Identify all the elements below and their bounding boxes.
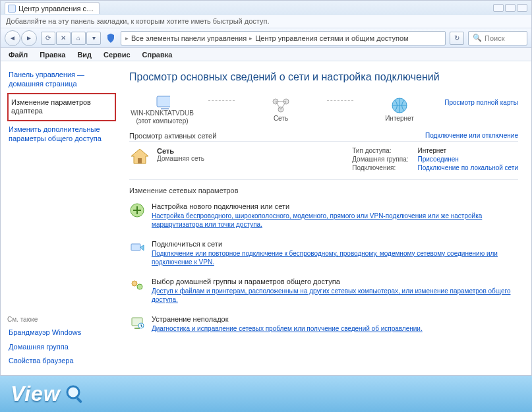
task-connect-network[interactable]: Подключиться к сети Подключение или повт… [129, 236, 518, 274]
house-icon [129, 147, 150, 165]
sidebar-firewall[interactable]: Брандмауэр Windows [7, 326, 116, 340]
menu-file[interactable]: Файл [3, 49, 33, 60]
task-troubleshoot[interactable]: Устранение неполадок Диагностика и испра… [129, 311, 518, 340]
connection-line [208, 100, 235, 102]
task-desc: Настройка беспроводного, широкополосного… [152, 212, 518, 229]
menubar: Файл Правка Вид Сервис Справка [1, 48, 531, 61]
task-homegroup[interactable]: Выбор домашней группы и параметров общег… [129, 274, 518, 311]
detail-key: Тип доступа: [352, 147, 408, 154]
reload-button[interactable]: ⟳ [41, 32, 55, 45]
task-new-connection[interactable]: Настройка нового подключения или сети На… [129, 198, 518, 236]
maximize-button[interactable] [505, 4, 516, 12]
close-button[interactable] [517, 4, 527, 12]
search-input[interactable]: 🔍 Поиск [468, 31, 527, 45]
connection-line [327, 100, 353, 102]
menu-button[interactable]: ▾ [86, 32, 101, 45]
change-settings-title: Изменение сетевых параметров [129, 187, 518, 194]
svg-point-10 [137, 284, 142, 289]
app-window: Центр управления с… Добавляйте на эту па… [0, 0, 532, 376]
sidebar-homegroup[interactable]: Домашняя группа [7, 340, 116, 355]
node-sublabel: (этот компьютер) [136, 117, 188, 125]
task-title: Настройка нового подключения или сети [152, 202, 518, 210]
stop-button[interactable]: ✕ [56, 32, 71, 45]
search-icon: 🔍 [473, 34, 482, 42]
menu-edit[interactable]: Правка [34, 49, 71, 60]
brand-text: View [11, 382, 61, 406]
sidebar: Панель управления — домашняя страница Из… [1, 61, 116, 375]
refresh-button[interactable]: ↻ [450, 32, 464, 45]
svg-point-9 [132, 281, 137, 286]
task-title: Выбор домашней группы и параметров общег… [152, 278, 518, 285]
main-panel: Просмотр основных сведений о сети и наст… [116, 61, 531, 375]
network-type[interactable]: Домашняя сеть [157, 155, 204, 162]
task-title: Подключиться к сети [152, 240, 518, 248]
network-details: Тип доступа: Интернет Домашняя группа: П… [352, 147, 518, 171]
troubleshoot-icon [129, 315, 145, 331]
svg-rect-14 [76, 397, 82, 403]
homegroup-icon [129, 278, 145, 293]
network-name: Сеть [157, 147, 204, 155]
search-placeholder: Поиск [485, 34, 504, 42]
full-map-link[interactable]: Просмотр полной карты [444, 99, 518, 106]
content-area: Панель управления — домашняя страница Из… [1, 61, 531, 375]
bookmark-bar-hint: Добавляйте на эту панель закладки, к кот… [1, 15, 531, 28]
detail-value: Интернет [418, 147, 519, 154]
detail-key: Домашняя группа: [352, 156, 408, 163]
computer-icon [154, 94, 170, 109]
page-title: Просмотр основных сведений о сети и наст… [129, 71, 518, 84]
node-this-pc: WIN-KDNKTATVDUB (этот компьютер) [129, 94, 195, 125]
footer-brand: View [0, 376, 532, 412]
sidebar-browser-props[interactable]: Свойства браузера [7, 354, 116, 368]
svg-rect-8 [131, 244, 140, 250]
sidebar-adapter-settings[interactable]: Изменение параметров адаптера [7, 93, 116, 122]
globe-icon [389, 96, 410, 115]
breadcrumb-part: Центр управления сетями и общим доступом [255, 34, 408, 42]
task-desc: Диагностика и исправление сетевых пробле… [152, 324, 423, 334]
wizard-icon [129, 202, 145, 218]
address-breadcrumb[interactable]: ▸ Все элементы панели управления ▸ Центр… [121, 31, 446, 45]
network-map: WIN-KDNKTATVDUB (этот компьютер) Сеть Ин… [129, 94, 518, 125]
task-desc: Подключение или повторное подключение к … [152, 249, 518, 267]
breadcrumb-part: Все элементы панели управления [131, 34, 247, 42]
homegroup-link[interactable]: Присоединен [418, 156, 519, 163]
window-controls [493, 4, 527, 12]
favicon-icon [8, 5, 16, 13]
task-desc: Доступ к файлам и принтерам, расположенн… [152, 287, 518, 305]
svg-point-13 [67, 386, 79, 398]
menu-tools[interactable]: Сервис [98, 49, 135, 60]
connect-disconnect-link[interactable]: Подключение или отключение [425, 132, 518, 139]
browser-tab[interactable]: Центр управления с… [5, 2, 100, 14]
svg-rect-0 [157, 96, 170, 107]
task-title: Устранение неполадок [152, 315, 423, 323]
sidebar-see-also-label: См. также [7, 316, 116, 323]
home-button[interactable]: ⌂ [71, 32, 86, 45]
active-network-row: Сеть Домашняя сеть Тип доступа: Интернет… [129, 142, 518, 180]
node-label: Интернет [385, 115, 414, 123]
menu-view[interactable]: Вид [72, 49, 97, 60]
node-network: Сеть [248, 96, 314, 123]
active-networks-title: Просмотр активных сетей [129, 132, 216, 140]
detail-key: Подключения: [352, 164, 408, 171]
nav-back-button[interactable]: ◄ [5, 30, 20, 46]
tab-title: Центр управления с… [18, 5, 94, 13]
node-internet: Интернет [367, 96, 432, 123]
navbar: ◄ ► ⟳ ✕ ⌂ ▾ ▸ Все элементы панели управл… [1, 28, 531, 48]
sidebar-sharing-settings[interactable]: Изменить дополнительные параметры общего… [7, 123, 116, 146]
sidebar-home[interactable]: Панель управления — домашняя страница [7, 68, 116, 92]
node-label: WIN-KDNKTATVDUB [131, 109, 194, 117]
connect-icon [129, 240, 145, 256]
node-label: Сеть [274, 115, 288, 123]
connection-link[interactable]: Подключение по локальной сети [418, 164, 519, 171]
shield-icon [105, 32, 117, 44]
nav-forward-button[interactable]: ► [21, 30, 37, 46]
menu-help[interactable]: Справка [137, 49, 178, 60]
titlebar: Центр управления с… [1, 1, 531, 15]
minimize-button[interactable] [493, 4, 504, 12]
magnifier-icon [65, 384, 86, 405]
network-icon [270, 96, 291, 115]
svg-rect-6 [138, 158, 142, 163]
